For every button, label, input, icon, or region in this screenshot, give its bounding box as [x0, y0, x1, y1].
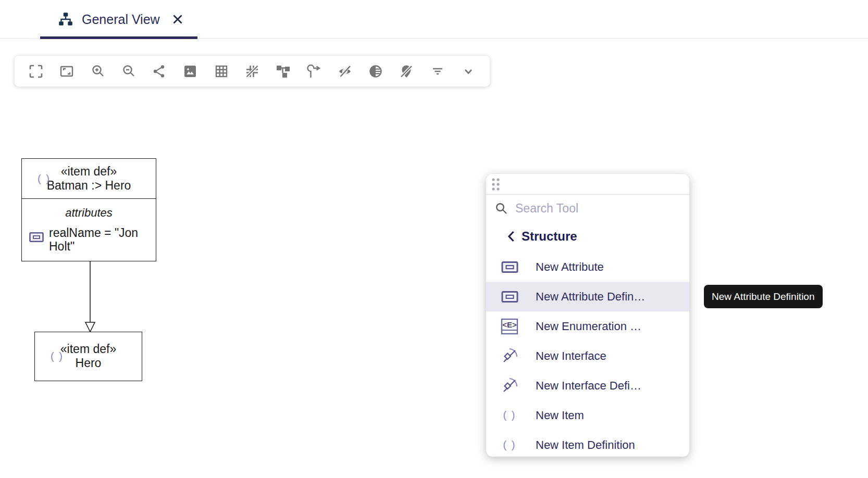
- item-paren-icon: ( ): [51, 350, 64, 362]
- search-input[interactable]: [515, 202, 689, 216]
- node-header: ( ) «item def» Batman :> Hero: [22, 159, 156, 198]
- tool-new-attribute[interactable]: New Attribute: [486, 252, 689, 282]
- chevron-down-icon[interactable]: [460, 62, 477, 80]
- diagram-tree-icon: [57, 11, 74, 28]
- fit-to-screen-icon[interactable]: [58, 62, 76, 80]
- edge-style-icon[interactable]: [305, 62, 323, 80]
- attribute-icon: [501, 291, 518, 303]
- item-paren-icon: ( ): [501, 439, 518, 451]
- chevron-left-icon: [506, 230, 516, 243]
- zoom-out-icon[interactable]: [120, 62, 138, 80]
- palette-search-row: [486, 195, 689, 222]
- palette-drag-handle[interactable]: [486, 174, 689, 195]
- tab-general-view[interactable]: General View: [40, 0, 197, 39]
- attribute-value: realName = "Jon Holt": [49, 226, 153, 253]
- contrast-icon[interactable]: [367, 62, 385, 80]
- attribute-icon: [501, 261, 518, 273]
- compartment-label: attributes: [22, 206, 156, 220]
- drag-handle-dots-icon: [490, 177, 502, 192]
- unpin-icon[interactable]: [398, 62, 415, 80]
- zoom-in-icon[interactable]: [89, 62, 107, 80]
- arrange-all-icon[interactable]: [274, 62, 292, 80]
- tool-palette: Structure New Attribute New Attribute De…: [486, 174, 689, 457]
- node-hero-item-def[interactable]: ( ) «item def» Hero: [34, 332, 142, 381]
- node-header: ( ) «item def» Hero: [35, 332, 142, 380]
- tooltip-text: New Attribute Definition: [712, 291, 815, 303]
- attribute-icon: [29, 232, 44, 242]
- close-icon[interactable]: [170, 12, 185, 27]
- tool-new-item-definition[interactable]: ( ) New Item Definition: [486, 430, 689, 457]
- hide-elements-icon[interactable]: [336, 62, 354, 80]
- share-icon[interactable]: [151, 62, 168, 80]
- node-stereotype: «item def»: [61, 165, 117, 179]
- tool-new-attribute-definition[interactable]: New Attribute Defin…: [486, 282, 689, 311]
- export-image-icon[interactable]: [181, 62, 199, 80]
- section-back-structure[interactable]: Structure: [486, 225, 689, 248]
- active-tab-indicator: [40, 36, 197, 39]
- snap-off-icon[interactable]: [243, 62, 261, 80]
- interface-icon: [501, 348, 518, 364]
- fullscreen-icon[interactable]: [27, 62, 45, 80]
- section-label: Structure: [522, 229, 577, 244]
- diagram-toolbar: [14, 55, 490, 87]
- tool-new-interface[interactable]: New Interface: [486, 341, 689, 371]
- tab-bar: General View: [0, 0, 868, 39]
- attributes-compartment: attributes realName = "Jon Holt": [22, 198, 156, 261]
- svg-text:<E>: <E>: [502, 320, 517, 329]
- node-stereotype: «item def»: [60, 342, 116, 356]
- tool-new-enumeration[interactable]: <E> New Enumeration …: [486, 311, 689, 341]
- tool-new-item[interactable]: ( ) New Item: [486, 400, 689, 430]
- search-icon: [494, 202, 509, 216]
- interface-icon: [501, 378, 518, 394]
- item-paren-icon: ( ): [501, 409, 518, 421]
- node-batman-item-def[interactable]: ( ) «item def» Batman :> Hero attributes…: [21, 158, 156, 261]
- tool-list: New Attribute New Attribute Defin… <E> N…: [486, 248, 689, 457]
- grid-on-icon[interactable]: [213, 62, 230, 80]
- tooltip: New Attribute Definition: [704, 285, 823, 308]
- tab-label: General View: [82, 12, 160, 27]
- node-name: Hero: [76, 356, 102, 370]
- tool-new-interface-definition[interactable]: New Interface Defi…: [486, 371, 689, 400]
- attribute-row[interactable]: realName = "Jon Holt": [22, 226, 156, 253]
- item-paren-icon: ( ): [38, 173, 51, 185]
- filter-icon[interactable]: [429, 62, 447, 80]
- enumeration-icon: <E>: [501, 318, 518, 335]
- specialization-edge[interactable]: [83, 261, 99, 333]
- node-name: Batman :> Hero: [47, 179, 131, 193]
